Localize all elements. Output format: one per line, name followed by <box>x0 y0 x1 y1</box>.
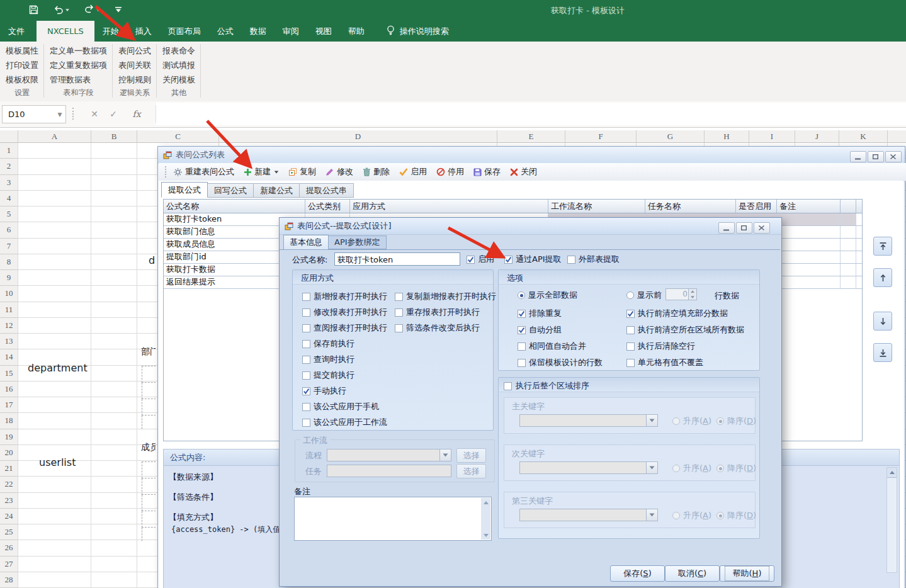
table-cell[interactable] <box>777 276 841 288</box>
ribbon-button-报表命令[interactable]: 报表命令 <box>162 43 195 58</box>
radio-降序(D)[interactable]: 降序(D) <box>716 510 756 521</box>
ribbon-button-测试填报[interactable]: 测试填报 <box>162 58 195 72</box>
checkbox-手动执行[interactable]: 手动执行 <box>302 385 346 397</box>
checkbox-相同值自动合并[interactable]: 相同值自动合并 <box>518 341 586 352</box>
ribbon-button-模板属性[interactable]: 模板属性 <box>6 43 38 58</box>
checkbox-执行前清空所在区域所有数据[interactable]: 执行前清空所在区域所有数据 <box>626 324 744 336</box>
checked-checkbox-icon[interactable] <box>467 256 475 264</box>
column-header-B[interactable]: B <box>91 130 137 143</box>
insert-function-icon[interactable]: fx <box>129 106 144 122</box>
checkbox-启用[interactable]: 启用 <box>467 254 494 265</box>
row-header-8[interactable]: 8 <box>0 254 18 270</box>
checked-checkbox-icon[interactable] <box>504 256 512 264</box>
table-header-filler[interactable] <box>841 200 856 213</box>
radio-降序(D)[interactable]: 降序(D) <box>716 463 756 474</box>
row-header-12[interactable]: 12 <box>0 318 18 334</box>
dialog-formula-list-titlebar[interactable]: 表间公式列表 <box>158 147 905 164</box>
radio-升序(A)[interactable]: 升序(A) <box>672 510 711 521</box>
unchecked-checkbox-icon[interactable] <box>302 371 310 380</box>
row-header-15[interactable]: 15 <box>0 366 18 382</box>
scroll-down-icon[interactable] <box>481 531 490 540</box>
unchecked-checkbox-icon[interactable] <box>302 403 310 411</box>
ribbon-tab-页面布局[interactable]: 页面布局 <box>160 21 209 42</box>
cancel-entry-icon[interactable]: ✕ <box>87 106 102 122</box>
row-header-26[interactable]: 26 <box>0 540 18 556</box>
chevron-down-icon[interactable] <box>646 415 657 426</box>
selected-radio-icon[interactable] <box>518 291 525 299</box>
unchecked-checkbox-icon[interactable] <box>302 340 310 348</box>
table-cell[interactable] <box>841 251 856 263</box>
column-header-I[interactable]: I <box>749 130 795 143</box>
button-取消[interactable]: 取消(C) <box>665 565 720 582</box>
dialog2-tab-API参数绑定[interactable]: API参数绑定 <box>329 235 387 249</box>
button-帮助[interactable]: 帮助(H) <box>720 565 774 582</box>
checked-checkbox-icon[interactable] <box>302 387 310 395</box>
remark-textarea[interactable] <box>294 497 492 541</box>
unchecked-checkbox-icon[interactable] <box>395 293 403 301</box>
scroll-up-icon[interactable] <box>887 468 897 478</box>
checkbox-自动分组[interactable]: 自动分组 <box>518 324 562 336</box>
unchecked-checkbox-icon[interactable] <box>395 308 403 317</box>
unchecked-checkbox-icon[interactable] <box>302 308 310 317</box>
checkbox-执行后清除空行[interactable]: 执行后清除空行 <box>626 341 695 352</box>
checkbox-提交前执行[interactable]: 提交前执行 <box>302 370 354 381</box>
formula-name-input[interactable]: 获取打卡token <box>334 252 460 266</box>
ribbon-tab-NXCELLS[interactable]: NXCELLS <box>37 21 94 42</box>
cell-text-chengyuan[interactable]: 成员 <box>141 442 156 452</box>
column-header-G[interactable]: G <box>637 130 705 143</box>
ribbon-tab-视图[interactable]: 视图 <box>307 21 340 42</box>
process-combo[interactable] <box>327 449 451 461</box>
toolbar-delete-button[interactable]: 删除 <box>363 166 390 178</box>
dialog1-tab-回写公式[interactable]: 回写公式 <box>208 183 254 198</box>
column-header-A[interactable]: A <box>18 130 91 143</box>
checkbox-保留模板设计的行数[interactable]: 保留模板设计的行数 <box>518 357 603 368</box>
radio-显示前[interactable]: 显示前 <box>626 290 662 301</box>
row-header-4[interactable]: 4 <box>0 191 18 206</box>
cell-text-bumen[interactable]: 部门 <box>141 346 156 356</box>
row-header-7[interactable]: 7 <box>0 239 18 254</box>
toolbar-close-button[interactable]: 关闭 <box>510 166 537 178</box>
toolbar-save-button[interactable]: 保存 <box>473 166 501 178</box>
ribbon-tab-插入[interactable]: 插入 <box>127 21 160 42</box>
checkbox-查阅报表打开时执行[interactable]: 查阅报表打开时执行 <box>302 322 387 334</box>
table-cell[interactable] <box>777 251 841 263</box>
ribbon-tab-帮助[interactable]: 帮助 <box>340 21 373 42</box>
dialog1-tab-提取公式串[interactable]: 提取公式串 <box>300 183 354 198</box>
table-header-公式名称[interactable]: 公式名称 <box>164 200 305 213</box>
unchecked-checkbox-icon[interactable] <box>518 359 526 367</box>
row-count-spinner[interactable]: 0 <box>665 288 697 300</box>
column-header-J[interactable]: J <box>795 130 839 143</box>
unchecked-checkbox-icon[interactable] <box>395 324 403 332</box>
unchecked-checkbox-icon[interactable] <box>302 419 310 427</box>
dialog-formula-design-titlebar[interactable]: 表间公式--提取公式[设计] <box>280 218 781 235</box>
checked-checkbox-icon[interactable] <box>518 310 526 318</box>
radio-icon[interactable] <box>672 417 680 425</box>
cell-text-d[interactable]: d <box>149 254 155 266</box>
checkbox-外部表提取[interactable]: 外部表提取 <box>567 254 620 265</box>
table-header-工作流名称[interactable]: 工作流名称 <box>548 200 645 213</box>
table-cell[interactable] <box>841 264 856 276</box>
toolbar-disable-button[interactable]: 停用 <box>436 166 464 178</box>
ribbon-button-表间公式[interactable]: 表间公式 <box>118 43 151 58</box>
checkbox-排除重复[interactable]: 排除重复 <box>518 308 562 319</box>
unchecked-checkbox-icon[interactable] <box>567 256 575 264</box>
panel-scrollbar[interactable] <box>886 467 897 573</box>
column-header-K[interactable]: K <box>839 130 888 143</box>
table-header-应用方式[interactable]: 应用方式 <box>350 200 548 213</box>
row-header-24[interactable]: 24 <box>0 509 18 524</box>
toolbar-copy-button[interactable]: 复制 <box>288 166 316 178</box>
row-header-9[interactable]: 9 <box>0 270 18 286</box>
checked-checkbox-icon[interactable] <box>626 310 635 318</box>
ribbon-tab-数据[interactable]: 数据 <box>242 21 275 42</box>
unchecked-checkbox-icon[interactable] <box>626 342 635 351</box>
scroll-up-icon[interactable] <box>481 498 490 507</box>
move-down-icon[interactable] <box>873 312 892 331</box>
cell-text-department[interactable]: department <box>28 362 88 374</box>
save-icon[interactable] <box>29 5 38 14</box>
close-icon[interactable] <box>754 222 770 234</box>
name-box[interactable]: D10 ▼ <box>2 105 66 123</box>
ribbon-tab-文件[interactable]: 文件 <box>0 21 33 42</box>
chevron-down-icon[interactable] <box>646 509 657 521</box>
table-cell[interactable] <box>841 239 856 251</box>
row-header-23[interactable]: 23 <box>0 493 18 509</box>
